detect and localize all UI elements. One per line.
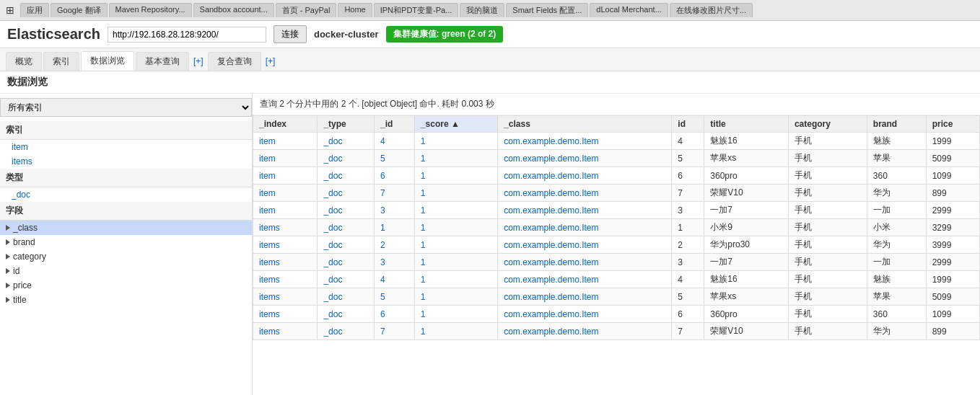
browser-tab-ipn[interactable]: IPN和PDT变量-Pa... — [374, 3, 459, 17]
table-cell-_score: 1 — [414, 219, 497, 236]
table-cell-id: 3 — [672, 202, 704, 219]
table-cell-brand: 一加 — [867, 202, 926, 219]
table-row[interactable]: items_doc41com.example.demo.Item4魅族16手机魅… — [253, 271, 980, 288]
browser-tab-apps[interactable]: 应用 — [20, 3, 49, 17]
table-cell-category: 手机 — [788, 306, 867, 323]
table-cell-price: 5099 — [926, 288, 979, 306]
table-cell-category: 手机 — [788, 219, 867, 236]
triangle-icon — [6, 268, 10, 274]
table-row[interactable]: items_doc51com.example.demo.Item5苹果xs手机苹… — [253, 288, 980, 306]
sidebar-item-item[interactable]: item — [0, 140, 252, 154]
tab-data-browse[interactable]: 数据浏览 — [81, 51, 134, 71]
table-cell-_class: com.example.demo.Item — [498, 288, 672, 306]
sidebar-section-field-header: 字段 — [0, 202, 252, 221]
table-cell-_id: 6 — [375, 167, 415, 185]
table-cell-price: 899 — [926, 185, 979, 202]
table-cell-_id: 5 — [375, 150, 415, 167]
table-row[interactable]: item_doc51com.example.demo.Item5苹果xs手机苹果… — [253, 150, 980, 167]
table-cell-_type: _doc — [318, 150, 375, 167]
table-cell-_class: com.example.demo.Item — [498, 306, 672, 323]
app-title: Elasticsearch — [7, 26, 100, 43]
index-select[interactable]: 所有索引 — [0, 98, 252, 117]
col-doc-id[interactable]: id — [672, 116, 704, 133]
table-row[interactable]: items_doc71com.example.demo.Item7荣耀V10手机… — [253, 323, 980, 340]
table-cell-_score: 1 — [414, 185, 497, 202]
table-row[interactable]: item_doc31com.example.demo.Item3一加7手机一加2… — [253, 202, 980, 219]
table-cell-title: 魅族16 — [704, 271, 789, 288]
col-brand[interactable]: brand — [867, 116, 926, 133]
browser-tab-smart[interactable]: Smart Fields 配置... — [506, 3, 588, 17]
col-price[interactable]: price — [926, 116, 979, 133]
basic-query-add[interactable]: [+] — [191, 56, 206, 66]
browser-tab-translate[interactable]: Google 翻译 — [51, 3, 108, 17]
tab-overview[interactable]: 概览 — [6, 52, 42, 71]
table-row[interactable]: item_doc41com.example.demo.Item4魅族16手机魅族… — [253, 133, 980, 150]
app-wrapper: Elasticsearch 连接 docker-cluster 集群健康值: g… — [0, 21, 980, 395]
table-header-row: _index _type _id _score ▲ _class id titl… — [253, 116, 980, 133]
col-id[interactable]: _id — [375, 116, 415, 133]
table-cell-_index: items — [253, 323, 318, 340]
sidebar-field-brand[interactable]: brand — [0, 235, 252, 249]
sidebar-field-category[interactable]: category — [0, 249, 252, 264]
table-cell-_id: 4 — [375, 133, 415, 150]
tab-complex-query[interactable]: 复合查询 — [208, 52, 261, 71]
sidebar-field-title[interactable]: title — [0, 293, 252, 307]
col-class[interactable]: _class — [498, 116, 672, 133]
sidebar-field-price[interactable]: price — [0, 278, 252, 293]
tab-basic-query[interactable]: 基本查询 — [136, 52, 189, 71]
browser-tab-brain[interactable]: 我的脑道 — [460, 3, 504, 17]
table-cell-_score: 1 — [414, 271, 497, 288]
table-cell-_index: items — [253, 254, 318, 271]
browser-tab-home[interactable]: Home — [338, 3, 372, 17]
connect-button[interactable]: 连接 — [274, 25, 307, 43]
table-row[interactable]: items_doc31com.example.demo.Item3一加7手机一加… — [253, 254, 980, 271]
sidebar-item-doc[interactable]: _doc — [0, 187, 252, 202]
sidebar-field-id[interactable]: id — [0, 264, 252, 278]
table-cell-_id: 3 — [375, 202, 415, 219]
url-input[interactable] — [108, 27, 266, 43]
tab-index[interactable]: 索引 — [43, 52, 79, 71]
table-cell-category: 手机 — [788, 236, 867, 254]
table-cell-price: 3999 — [926, 236, 979, 254]
table-cell-_index: items — [253, 306, 318, 323]
col-type[interactable]: _type — [318, 116, 375, 133]
table-row[interactable]: item_doc71com.example.demo.Item7荣耀V10手机华… — [253, 185, 980, 202]
sidebar: 所有索引 索引 item items 类型 _doc 字段 _class bra… — [0, 94, 253, 395]
table-cell-_index: items — [253, 219, 318, 236]
browser-tab-dlocal[interactable]: dLocal Merchant... — [590, 3, 668, 17]
field-label-id: id — [13, 266, 19, 276]
table-row[interactable]: items_doc21com.example.demo.Item2华为pro30… — [253, 236, 980, 254]
table-cell-id: 4 — [672, 271, 704, 288]
table-cell-price: 3299 — [926, 219, 979, 236]
browser-tab-sandbox[interactable]: Sandbox account... — [193, 3, 274, 17]
col-score[interactable]: _score ▲ — [414, 116, 497, 133]
table-row[interactable]: items_doc11com.example.demo.Item1小米9手机小米… — [253, 219, 980, 236]
table-cell-category: 手机 — [788, 202, 867, 219]
table-cell-_score: 1 — [414, 254, 497, 271]
table-row[interactable]: items_doc61com.example.demo.Item6360pro手… — [253, 306, 980, 323]
col-category[interactable]: category — [788, 116, 867, 133]
col-index[interactable]: _index — [253, 116, 318, 133]
complex-query-add[interactable]: [+] — [263, 56, 279, 66]
browser-tab-resize[interactable]: 在线修改图片尺寸... — [670, 3, 753, 17]
apps-icon[interactable]: ⊞ — [6, 4, 14, 16]
field-label-price: price — [13, 280, 32, 290]
table-cell-_index: item — [253, 167, 318, 185]
sidebar-field-class[interactable]: _class — [0, 221, 252, 235]
table-cell-brand: 华为 — [867, 323, 926, 340]
data-table: _index _type _id _score ▲ _class id titl… — [253, 115, 980, 340]
col-title[interactable]: title — [704, 116, 789, 133]
sidebar-item-items[interactable]: items — [0, 154, 252, 169]
table-cell-_index: items — [253, 288, 318, 306]
browser-tab-paypal-home[interactable]: 首页 - PayPal — [276, 3, 337, 17]
browser-tab-maven[interactable]: Maven Repository... — [109, 3, 192, 17]
table-cell-_score: 1 — [414, 323, 497, 340]
table-cell-_type: _doc — [318, 323, 375, 340]
table-cell-title: 360pro — [704, 167, 789, 185]
triangle-icon — [6, 297, 10, 303]
table-cell-brand: 魅族 — [867, 271, 926, 288]
table-cell-_type: _doc — [318, 236, 375, 254]
sidebar-section-type-header: 类型 — [0, 169, 252, 187]
table-cell-_score: 1 — [414, 133, 497, 150]
table-row[interactable]: item_doc61com.example.demo.Item6360pro手机… — [253, 167, 980, 185]
